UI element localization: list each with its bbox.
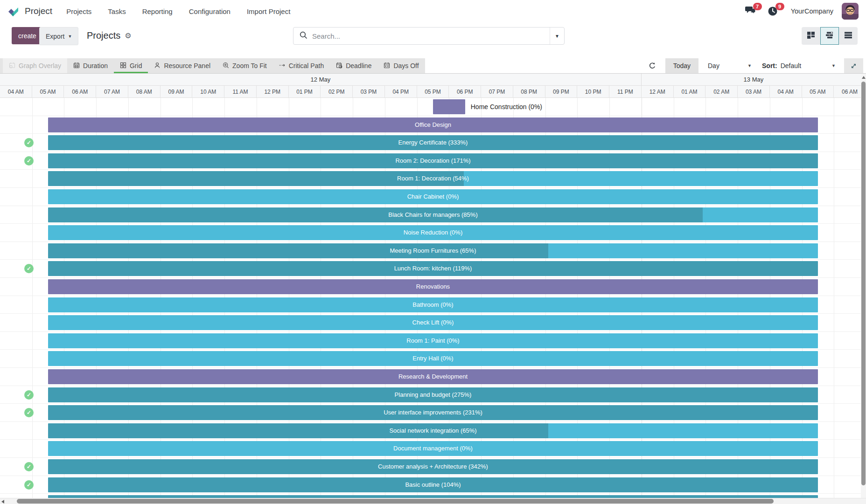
nav-item-tasks[interactable]: Tasks [108, 7, 126, 15]
gantt-bar-home-construction-0[interactable] [433, 99, 465, 114]
hour-header-cell: 04 AM [0, 86, 32, 97]
toolbar-button-grid[interactable]: Grid [114, 58, 148, 73]
hour-header-cell: 02 AM [705, 86, 738, 97]
activities-clock-icon[interactable]: 9 [768, 6, 779, 16]
gantt-bar-lunch-room-kitchen-119[interactable]: Lunch Room: kitchen (119%) [48, 261, 818, 276]
scroll-up-arrow-icon[interactable] [862, 76, 866, 79]
gantt-bar-basic-outline-104[interactable]: Basic outline (104%) [48, 477, 818, 492]
days-off-calendar-icon [384, 62, 390, 70]
gantt-row-partial [0, 494, 866, 498]
horizontal-scrollbar-thumb[interactable] [17, 499, 774, 504]
gantt-row-meeting-room-furnitures-65: Meeting Room Furnitures (65%) [0, 242, 866, 260]
hour-header-cell: 12 PM [257, 86, 289, 97]
expand-fullscreen-button[interactable] [844, 58, 863, 73]
gantt-row-social-network-integration-65: Social network integration (65%) [0, 422, 866, 440]
gantt-bar-meeting-room-furnitures-65[interactable]: Meeting Room Furnitures (65%) [48, 243, 818, 258]
toolbar-spacer [425, 58, 649, 73]
app-name[interactable]: Project [25, 6, 52, 16]
gantt-row-bathroom-0: Bathroom (0%) [0, 296, 866, 314]
view-switcher-kanban[interactable] [802, 27, 820, 45]
project-app-logo-icon[interactable] [7, 5, 21, 18]
toolbar-button-deadline[interactable]: Deadline [330, 58, 377, 73]
hour-header-cell: 11 PM [609, 86, 642, 97]
gantt-bar-entry-hall-0[interactable]: Entry Hall (0%) [48, 351, 818, 366]
activities-badge: 9 [775, 3, 784, 10]
nav-item-projects[interactable]: Projects [66, 7, 91, 15]
messages-badge: 7 [753, 3, 762, 10]
search-input[interactable]: Search... ▼ [293, 27, 565, 45]
nav-item-reporting[interactable]: Reporting [142, 7, 173, 15]
toolbar-button-zoom-to-fit[interactable]: Zoom To Fit [216, 58, 273, 73]
create-button[interactable]: create [12, 27, 43, 44]
scroll-left-arrow-icon[interactable] [1, 500, 4, 504]
export-button-label: Export [46, 33, 64, 40]
hour-header-cell: 09 AM [161, 86, 193, 97]
gantt-row-user-interface-improvements-231: ✓User interface improvements (231%) [0, 404, 866, 422]
gantt-bar-bathroom-0[interactable]: Bathroom (0%) [48, 297, 818, 312]
gantt-row-research-development: Research & Development [0, 368, 866, 386]
hour-header-cell: 07 PM [481, 86, 513, 97]
user-avatar[interactable] [842, 3, 859, 20]
sort-select[interactable]: Sort: Default ▼ [762, 62, 836, 69]
view-switcher-gantt[interactable] [820, 27, 839, 45]
toolbar-button-label: Duration [83, 62, 108, 69]
view-switcher [802, 27, 858, 45]
gear-icon[interactable]: ⚙ [125, 31, 131, 40]
task-done-check-icon: ✓ [24, 480, 34, 490]
horizontal-scrollbar[interactable] [0, 498, 866, 504]
gantt-bar-room-2-decoration-171[interactable]: Room 2: Decoration (171%) [48, 153, 818, 168]
export-button[interactable]: Export ▼ [39, 27, 78, 45]
toolbar-button-resource-panel[interactable]: Resource Panel [148, 58, 216, 73]
toolbar-button-duration[interactable]: Duration [67, 58, 114, 73]
nav-item-configuration[interactable]: Configuration [189, 7, 230, 15]
gantt-chart-body: Home Construction (0%)Office Design✓Ener… [0, 98, 866, 498]
gantt-bar-black-chairs-for-managers-85[interactable]: Black Chairs for managers (85%) [48, 207, 818, 222]
gantt-bar-noise-reduction-0[interactable]: Noise Reduction (0%) [48, 225, 818, 240]
vertical-scrollbar-thumb[interactable] [861, 82, 866, 485]
refresh-icon[interactable] [649, 61, 658, 70]
nav-item-import-project[interactable]: Import Project [247, 7, 290, 15]
gantt-bar-energy-certificate-333[interactable]: Energy Certificate (333%) [48, 135, 818, 150]
gantt-bar-customer-analysis-architecture-342[interactable]: Customer analysis + Architecture (342%) [48, 459, 818, 474]
toolbar-button-label: Deadline [346, 62, 371, 69]
task-done-check-icon: ✓ [24, 408, 34, 417]
gantt-row-home-construction-0: Home Construction (0%) [0, 98, 866, 116]
messages-icon[interactable]: 7 [745, 6, 756, 16]
hour-header-cell: 01 PM [289, 86, 321, 97]
gantt-row-energy-certificate-333: ✓Energy Certificate (333%) [0, 134, 866, 152]
gantt-bar-planning-and-budget-275[interactable]: Planning and budget (275%) [48, 387, 818, 402]
toolbar-button-critical-path[interactable]: Critical Path [273, 58, 330, 73]
hour-header-cell: 08 AM [128, 86, 161, 97]
company-name[interactable]: YourCompany [791, 7, 833, 15]
gantt-toolbar-right: Today Day ▼ Sort: Default ▼ [649, 58, 863, 73]
hour-header-cell: 04 AM [770, 86, 802, 97]
gantt-row-room-1-paint-0: Room 1: Paint (0%) [0, 332, 866, 350]
hour-header-cell: 06 PM [449, 86, 481, 97]
gantt-bar-social-network-integration-65[interactable]: Social network integration (65%) [48, 423, 818, 438]
gantt-bar-research-development[interactable]: Research & Development [48, 369, 818, 384]
hour-header-cell: 09 PM [545, 86, 578, 97]
scale-select[interactable]: Day ▼ [708, 62, 752, 69]
today-button[interactable]: Today [665, 58, 698, 73]
graph-overlay-icon [9, 62, 15, 70]
hour-header-cell: 10 AM [192, 86, 224, 97]
gantt-row-chair-cabinet-0: Chair Cabinet (0%) [0, 188, 866, 206]
gantt-bar-check-lift-0[interactable]: Check Lift (0%) [48, 315, 818, 330]
view-switcher-list[interactable] [839, 27, 858, 45]
toolbar-button-days-off[interactable]: Days Off [377, 58, 425, 73]
gantt-bar-room-1-paint-0[interactable]: Room 1: Paint (0%) [48, 333, 818, 348]
gantt-bar-user-interface-improvements-231[interactable]: User interface improvements (231%) [48, 405, 818, 420]
vertical-scrollbar[interactable] [861, 74, 866, 498]
gantt-bar-renovations[interactable]: Renovations [48, 279, 818, 294]
task-done-check-icon: ✓ [24, 156, 34, 166]
gantt-bar-office-design[interactable]: Office Design [48, 117, 818, 132]
gantt-bar-chair-cabinet-0[interactable]: Chair Cabinet (0%) [48, 189, 818, 204]
hour-header-cell: 02 PM [321, 86, 353, 97]
gantt-row-office-design: Office Design [0, 116, 866, 134]
page-title: Projects [87, 30, 120, 41]
search-icon [300, 31, 307, 41]
search-options-toggle[interactable]: ▼ [550, 28, 564, 44]
gantt-bar-document-management-0[interactable]: Document management (0%) [48, 441, 818, 456]
gantt-bar-room-1-decoration-54[interactable]: Room 1: Decoration (54%) [48, 171, 818, 186]
chevron-down-icon: ▼ [831, 63, 836, 68]
